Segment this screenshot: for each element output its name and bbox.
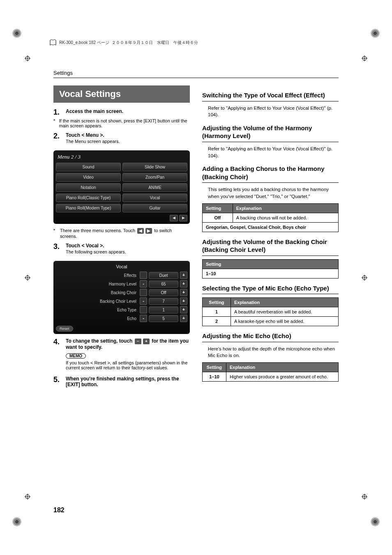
page-right-button[interactable]: ▶ — [179, 215, 187, 221]
plus-button[interactable]: + — [180, 306, 187, 313]
note-text: There are three menu screens. Touch ◀▶ t… — [60, 228, 190, 239]
minus-button[interactable]: - — [140, 315, 147, 322]
registration-mark-icon — [12, 29, 21, 38]
content-area: Settings Vocal Settings 1. Access the ma… — [53, 70, 339, 506]
table-row: 1–10 — [203, 269, 339, 278]
table-cell: 1–10 — [203, 269, 339, 278]
step-number: 3. — [53, 243, 62, 258]
registration-mark-icon — [371, 517, 380, 526]
crop-mark-icon — [25, 494, 30, 500]
menu-item[interactable]: Slide Show — [122, 163, 187, 171]
table-cell: 2 — [203, 317, 231, 326]
print-header-note: RK-300_e.book 182 ページ ２００８年９月１０日 水曜日 午後４… — [49, 39, 198, 46]
minus-button[interactable]: - — [140, 297, 147, 305]
memo-badge: MEMO — [66, 353, 86, 359]
left-column: Vocal Settings 1. Access the main screen… — [53, 85, 190, 391]
vocal-row-label: Backing Choir Level — [56, 299, 138, 304]
step-heading: Access the main screen. — [66, 108, 190, 114]
backing-choir-level-table: Setting 1–10 — [202, 259, 339, 279]
menu-item[interactable]: Notation — [56, 183, 121, 192]
vocal-row-value: 5 — [149, 315, 178, 322]
table-row: 1 A beautiful reverberation will be adde… — [203, 307, 339, 317]
table-row: 2 A karaoke-type echo will be added. — [203, 317, 339, 326]
vocal-row-value: 65 — [149, 281, 178, 288]
section-text: Refer to "Applying an Effect to Your Voi… — [208, 145, 339, 159]
menu-item[interactable]: Piano Roll(Classic Type) — [56, 193, 121, 202]
menu-item[interactable]: Sound — [56, 163, 121, 171]
vocal-row-label: Echo — [56, 316, 138, 321]
vocal-row: Echo Type 1 + — [56, 306, 187, 313]
minus-button[interactable] — [140, 306, 147, 313]
page: RK-300_e.book 182 ページ ２００８年９月１０日 水曜日 午後４… — [0, 0, 392, 555]
book-icon — [49, 39, 57, 46]
section-heading: Switching the Type of Vocal Effect (Effe… — [202, 91, 339, 99]
step-sub: The following screen appears. — [66, 249, 190, 254]
vocal-row: Backing Choir Level - 7 + — [56, 297, 187, 305]
step-number: 4. — [53, 338, 62, 373]
menu-title: Menu 2 / 3 — [58, 154, 186, 160]
menu-item[interactable]: ANIME — [122, 183, 187, 192]
section-title-bar: Vocal Settings — [53, 85, 190, 103]
divider — [202, 101, 339, 101]
vocal-row-value: 7 — [149, 298, 178, 305]
page-left-button[interactable]: ◀ — [170, 215, 178, 221]
header-note-prefix: RK-300_e.book 182 ページ — [59, 40, 109, 46]
vocal-row-label: Effects — [56, 273, 138, 278]
step-sub: The Menu screen appears. — [66, 139, 190, 144]
minus-button[interactable] — [140, 272, 147, 279]
table-cell: Gregorian, Gospel, Classical Choir, Boys… — [203, 222, 339, 232]
plus-button[interactable]: + — [180, 315, 187, 322]
right-column: Switching the Type of Vocal Effect (Effe… — [202, 85, 339, 391]
section-heading: Adjusting the Mic Echo (Echo) — [202, 332, 339, 340]
plus-icon: + — [143, 339, 150, 344]
vocal-row: Echo - 5 + — [56, 315, 187, 322]
step-number: 2. — [53, 132, 62, 147]
vocal-row-value: Off — [149, 289, 178, 296]
divider — [53, 78, 339, 78]
minus-button[interactable] — [140, 289, 147, 296]
minus-button[interactable]: - — [140, 280, 147, 288]
running-head: Settings — [53, 70, 339, 76]
menu-item[interactable]: Guitar — [122, 204, 187, 212]
step-heading: To change the setting, touch −+ for the … — [66, 338, 190, 350]
step-number: 5. — [53, 376, 62, 388]
vocal-row-label: Backing Choir — [56, 290, 138, 295]
table-cell: A beautiful reverberation will be added. — [231, 307, 338, 317]
table-header: Explanation — [226, 362, 338, 372]
table-header: Setting — [203, 203, 233, 213]
asterisk-icon: * — [53, 228, 58, 239]
plus-button[interactable]: + — [180, 297, 187, 305]
table-cell: 1–10 — [203, 372, 226, 381]
table-row: 1–10 Higher values produce a greater amo… — [203, 372, 339, 381]
section-text: This setting lets you add a backing chor… — [208, 186, 339, 200]
vocal-row-label: Harmony Level — [56, 282, 138, 286]
vocal-row: Backing Choir Off + — [56, 289, 187, 296]
divider — [202, 142, 339, 142]
menu-item[interactable]: Vocal — [122, 193, 187, 202]
divider — [202, 256, 339, 256]
vocal-title: Vocal — [58, 264, 186, 269]
crop-mark-icon — [25, 275, 30, 281]
table-header: Explanation — [231, 298, 338, 307]
menu-item[interactable]: Piano Roll(Modern Type) — [56, 204, 121, 212]
right-arrow-icon: ▶ — [145, 228, 152, 234]
header-note-date: ２００８年９月１０日 水曜日 午後４時６分 — [112, 40, 198, 46]
menu-item[interactable]: Zoom/Pan — [122, 173, 187, 182]
table-header: Setting — [203, 259, 339, 269]
table-cell: A backing chorus will not be added. — [233, 213, 338, 222]
plus-button[interactable]: + — [180, 289, 187, 296]
plus-button[interactable]: + — [180, 280, 187, 288]
menu-item[interactable]: Video — [56, 173, 121, 182]
note-text: If the main screen is not shown, press t… — [59, 118, 190, 128]
step-1-note: * If the main screen is not shown, press… — [53, 118, 190, 128]
step-5: 5. When you're finished making settings,… — [53, 376, 190, 388]
echo-table: Setting Explanation 1–10 Higher values p… — [202, 362, 339, 382]
step-number: 1. — [53, 108, 62, 116]
page-number: 182 — [53, 507, 65, 514]
table-header: Explanation — [233, 203, 338, 213]
plus-button[interactable]: + — [180, 272, 187, 279]
section-heading: Adjusting the Volume of the Backing Choi… — [202, 238, 339, 254]
section-text: Here's how to adjust the depth of the mi… — [208, 345, 339, 359]
table-row: Off A backing chorus will not be added. — [203, 213, 339, 222]
reset-button[interactable]: Reset — [56, 326, 73, 332]
